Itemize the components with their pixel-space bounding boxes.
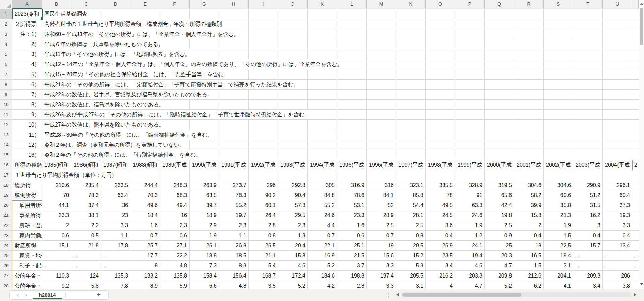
cell-O21[interactable]: 24.5 — [426, 210, 455, 220]
cell-H14[interactable] — [219, 140, 249, 150]
cell-Q18[interactable]: 319.5 — [485, 180, 514, 190]
cell-G18[interactable]: 263.9 — [190, 180, 219, 190]
overflow-cell-text[interactable]: 高齢者世帯の１世帯当たり平均所得金額－構成割合，年次・所得の種類別 — [42, 19, 225, 29]
cell-Q9[interactable] — [485, 90, 514, 99]
cell-I16[interactable]: 1992(平成 — [249, 160, 278, 170]
cell-R19[interactable]: 58.2 — [514, 190, 544, 200]
cell-D19[interactable]: 63.4 — [101, 190, 130, 200]
cell-S17[interactable] — [544, 170, 573, 180]
cell-Q20[interactable]: 42.4 — [485, 200, 514, 210]
cell-V8-partial[interactable] — [632, 80, 639, 89]
cell-B20[interactable]: 44.1 — [42, 200, 71, 210]
cell-T16[interactable]: 2003(平成 — [573, 160, 603, 170]
cell-T9[interactable] — [573, 90, 603, 99]
cell-Q21[interactable]: 19.8 — [485, 210, 514, 220]
cell-H15[interactable] — [219, 150, 249, 160]
cell-U8[interactable] — [603, 80, 632, 89]
cell-N11[interactable] — [396, 110, 426, 119]
cell-S14[interactable] — [544, 140, 573, 150]
cell-U9[interactable] — [603, 90, 632, 99]
overflow-cell-text[interactable]: 令和２年の「その他の所得」には、「特別定額給付金」を含む。 — [42, 150, 204, 160]
cell-N5[interactable] — [396, 49, 426, 59]
cell-S11[interactable] — [544, 110, 573, 119]
cell-R26[interactable]: 1.5 — [514, 261, 544, 270]
column-header-L[interactable]: L — [337, 0, 367, 9]
cell-M24[interactable]: 19 — [367, 241, 396, 250]
cell-H5[interactable] — [219, 49, 249, 59]
cell-O16[interactable]: 1998(平成 — [426, 160, 455, 170]
cell-P6[interactable] — [455, 59, 485, 69]
cell-T12[interactable] — [573, 120, 603, 130]
cell-K26[interactable]: 5.2 — [308, 261, 337, 270]
cell-M1[interactable] — [367, 9, 396, 19]
cell-O18[interactable]: 335.5 — [426, 180, 455, 190]
cell-V2-partial[interactable] — [632, 19, 639, 29]
cell-T7[interactable] — [573, 69, 603, 79]
cell-T25[interactable]: … — [573, 251, 603, 260]
cell-U14[interactable] — [603, 140, 632, 150]
cell-K14[interactable] — [308, 140, 337, 150]
cell-U12[interactable] — [603, 120, 632, 130]
cell-D25[interactable]: … — [101, 251, 130, 260]
cell-I3[interactable] — [249, 29, 278, 39]
horizontal-scrollbar[interactable] — [402, 292, 631, 297]
cell-G12[interactable] — [190, 120, 219, 130]
cell-U15[interactable] — [603, 150, 632, 160]
cell-O7[interactable] — [426, 69, 455, 79]
cell-M5[interactable] — [367, 49, 396, 59]
cell-R15[interactable] — [514, 150, 544, 160]
overflow-cell-text[interactable]: 平成26年及び平成27年の「その他の所得」には、「臨時福祉給付金」「子育て世帯臨… — [42, 110, 313, 119]
cell-O24[interactable]: 26.9 — [426, 241, 455, 250]
cell-A3[interactable]: 注：1） — [12, 29, 42, 39]
cell-M18[interactable]: 316 — [367, 180, 396, 190]
cell-N27[interactable]: 205.5 — [396, 271, 426, 281]
cell-B25[interactable]: … — [42, 251, 71, 260]
cell-S6[interactable] — [544, 59, 573, 69]
cell-K19[interactable]: 84.8 — [308, 190, 337, 200]
cell-K12[interactable] — [308, 120, 337, 130]
cell-T18[interactable]: 290.9 — [573, 180, 603, 190]
cell-J16[interactable]: 1993(平成 — [278, 160, 308, 170]
cell-I22[interactable]: 2.8 — [249, 220, 278, 230]
cell-R11[interactable] — [514, 110, 544, 119]
cell-B22[interactable]: 2 — [42, 220, 71, 230]
cell-G21[interactable]: 18.9 — [190, 210, 219, 220]
cell-U3[interactable] — [603, 29, 632, 39]
cell-H20[interactable]: 55.2 — [219, 200, 249, 210]
cell-U2[interactable] — [603, 19, 632, 29]
cell-B23[interactable]: 0.6 — [42, 231, 71, 240]
cell-T20[interactable]: 31.5 — [573, 200, 603, 210]
vertical-scrollbar[interactable] — [639, 0, 644, 289]
cell-H9[interactable] — [219, 90, 249, 99]
cell-U13[interactable] — [603, 130, 632, 140]
cell-V10-partial[interactable] — [632, 100, 639, 109]
cell-N9[interactable] — [396, 90, 426, 99]
cell-H18[interactable]: 273.7 — [219, 180, 249, 190]
cell-N23[interactable]: 0.8 — [396, 231, 426, 240]
cell-A9[interactable]: 7） — [12, 90, 42, 99]
cell-A24[interactable]: 財産所得 — [12, 241, 42, 250]
cell-H19[interactable]: 78.3 — [219, 190, 249, 200]
cell-B24[interactable]: 15.1 — [42, 241, 71, 250]
cell-K10[interactable] — [308, 100, 337, 109]
cell-L3[interactable] — [337, 29, 367, 39]
cell-N18[interactable]: 323.1 — [396, 180, 426, 190]
cell-A21[interactable]: 事業所得 — [12, 210, 42, 220]
cell-M9[interactable] — [367, 90, 396, 99]
cell-O1[interactable] — [426, 9, 455, 19]
cell-R7[interactable] — [514, 69, 544, 79]
cell-L13[interactable] — [337, 130, 367, 140]
row-header-27[interactable]: 27 — [0, 271, 12, 281]
cell-P1[interactable] — [455, 9, 485, 19]
cell-N17[interactable] — [396, 170, 426, 180]
cell-H10[interactable] — [219, 100, 249, 109]
cell-T26[interactable]: … — [573, 261, 603, 270]
cell-H24[interactable]: 26.8 — [219, 241, 249, 250]
cell-N24[interactable]: 20.5 — [396, 241, 426, 250]
row-header-21[interactable]: 21 — [0, 210, 12, 220]
cell-O14[interactable] — [426, 140, 455, 150]
cell-K8[interactable] — [308, 80, 337, 89]
row-header-17[interactable]: 17 — [0, 170, 12, 180]
cell-L11[interactable] — [337, 110, 367, 119]
cell-T8[interactable] — [573, 80, 603, 89]
